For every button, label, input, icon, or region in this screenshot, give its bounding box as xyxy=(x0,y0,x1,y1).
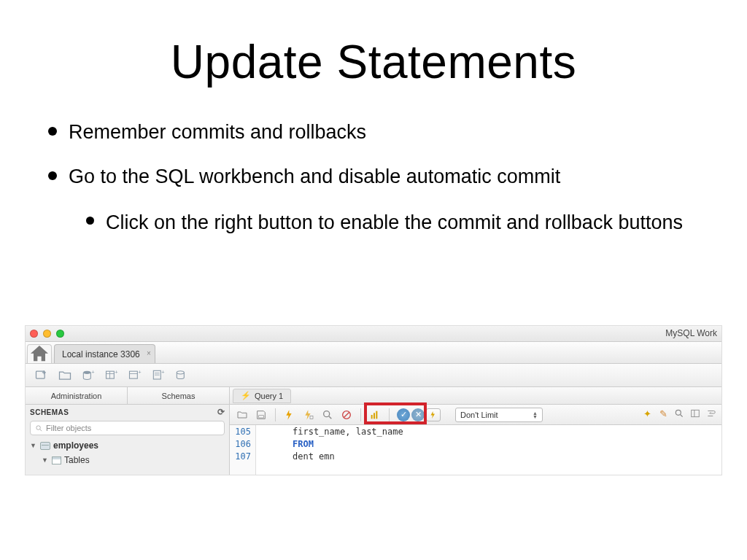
bullet-dot xyxy=(86,217,94,225)
line-gutter: 105 106 107 xyxy=(230,425,256,475)
save-script-button[interactable] xyxy=(253,408,269,422)
new-sql-tab-button[interactable] xyxy=(30,367,53,384)
window-titlebar: MySQL Work xyxy=(26,326,721,342)
bullet-list: Remember commits and rollbacks Go to the… xyxy=(0,121,747,236)
home-icon xyxy=(28,343,51,366)
lightning-icon: ⚡ xyxy=(241,391,251,400)
chevron-updown-icon: ▲▼ xyxy=(533,411,538,419)
new-function-button[interactable] xyxy=(170,367,193,384)
svg-text:+: + xyxy=(138,369,142,376)
execute-button[interactable] xyxy=(282,408,298,422)
svg-rect-25 xyxy=(371,415,373,419)
maximize-window-icon[interactable] xyxy=(56,330,64,338)
query-stats-button[interactable] xyxy=(367,408,383,422)
svg-text:+: + xyxy=(91,369,95,376)
schema-node[interactable]: ▼ employees xyxy=(30,438,225,453)
code-area[interactable]: first_name, last_name FROM dent emn xyxy=(256,425,403,475)
minimize-window-icon[interactable] xyxy=(43,330,51,338)
navigator-panel: Administration Schemas SCHEMAS ⟳ Filter … xyxy=(26,387,230,475)
svg-point-17 xyxy=(36,425,41,429)
svg-line-18 xyxy=(40,429,42,430)
schemas-label: SCHEMAS xyxy=(30,408,69,416)
filter-input[interactable]: Filter objects xyxy=(30,421,225,435)
sub-bullet-item: Click on the right button to enable the … xyxy=(86,210,718,236)
refresh-icon[interactable]: ⟳ xyxy=(217,407,225,417)
wrap-button[interactable] xyxy=(705,408,717,419)
bullet-text: Click on the right button to enable the … xyxy=(106,210,683,236)
query-tab-label: Query 1 xyxy=(255,392,283,400)
query-toolbar: ✓ ✕ Don't Limit ▲▼ ✦ ✎ xyxy=(230,405,721,425)
bullet-text: Go to the SQL workbench and disable auto… xyxy=(69,166,560,188)
open-file-button[interactable] xyxy=(53,367,77,384)
beautify-button[interactable]: ✦ xyxy=(641,408,653,419)
svg-rect-9 xyxy=(130,371,138,378)
commit-button[interactable]: ✓ xyxy=(397,408,410,421)
connection-tab[interactable]: Local instance 3306 × xyxy=(54,344,155,363)
connection-tab-label: Local instance 3306 xyxy=(62,349,140,359)
connection-tab-row: Local instance 3306 × xyxy=(26,342,721,364)
filter-placeholder: Filter objects xyxy=(46,424,91,432)
bullet-item: Go to the SQL workbench and disable auto… xyxy=(48,166,718,188)
database-icon xyxy=(40,442,50,450)
close-window-icon[interactable] xyxy=(30,330,38,338)
limit-label: Don't Limit xyxy=(460,411,498,419)
svg-text:+: + xyxy=(115,369,118,376)
schema-name: employees xyxy=(53,440,98,451)
bullet-dot xyxy=(48,127,57,136)
explain-button[interactable] xyxy=(320,408,336,422)
new-view-button[interactable]: + xyxy=(123,367,147,384)
bullet-item: Remember commits and rollbacks xyxy=(48,121,718,144)
main-toolbar: + + + + xyxy=(26,364,721,387)
svg-rect-19 xyxy=(259,415,264,417)
open-script-button[interactable] xyxy=(234,408,250,422)
autocommit-toggle-button[interactable] xyxy=(426,408,441,421)
bullet-text: Remember commits and rollbacks xyxy=(69,121,366,144)
new-procedure-button[interactable]: + xyxy=(147,367,170,384)
tables-label: Tables xyxy=(64,455,90,465)
stop-button[interactable] xyxy=(338,408,355,422)
expand-arrow-icon: ▼ xyxy=(30,442,37,449)
new-schema-button[interactable]: + xyxy=(77,367,100,384)
tables-node[interactable]: ▼ Tables xyxy=(30,453,225,467)
svg-rect-20 xyxy=(310,416,313,419)
rollback-button[interactable]: ✕ xyxy=(411,408,425,421)
schema-tree: ▼ employees ▼ Tables xyxy=(26,437,229,469)
svg-rect-30 xyxy=(692,410,700,416)
svg-point-16 xyxy=(177,370,184,373)
query-panel: ⚡ Query 1 xyxy=(230,387,721,475)
limit-select[interactable]: Don't Limit ▲▼ xyxy=(455,408,543,422)
sql-editor[interactable]: 105 106 107 first_name, last_name FROM d… xyxy=(230,425,721,475)
close-tab-icon[interactable]: × xyxy=(147,349,151,357)
toggle-panel-button[interactable] xyxy=(689,408,701,419)
home-tab[interactable] xyxy=(27,344,52,363)
svg-line-24 xyxy=(344,412,349,417)
slide-title: Update Statements xyxy=(0,0,747,89)
svg-rect-26 xyxy=(374,413,375,419)
find-button[interactable]: ✎ xyxy=(657,408,669,419)
app-title: MySQL Work xyxy=(665,328,717,338)
svg-point-28 xyxy=(676,410,681,415)
svg-text:+: + xyxy=(161,369,165,376)
search-icon xyxy=(35,424,43,432)
schemas-header: SCHEMAS ⟳ xyxy=(26,405,229,419)
svg-rect-27 xyxy=(376,411,377,419)
svg-point-21 xyxy=(324,411,330,416)
expand-arrow-icon: ▼ xyxy=(42,456,49,464)
query-tab[interactable]: ⚡ Query 1 xyxy=(233,389,291,403)
bullet-dot xyxy=(48,171,57,180)
administration-tab[interactable]: Administration xyxy=(26,387,128,404)
new-table-button[interactable]: + xyxy=(100,367,123,384)
schemas-tab[interactable]: Schemas xyxy=(128,387,229,404)
workbench-screenshot: MySQL Work Local instance 3306 × + + xyxy=(25,325,722,475)
svg-point-3 xyxy=(83,370,90,373)
tables-icon xyxy=(52,456,61,464)
svg-line-29 xyxy=(681,415,683,417)
search-button[interactable] xyxy=(673,408,685,419)
svg-line-22 xyxy=(329,416,331,419)
execute-current-button[interactable] xyxy=(301,408,317,422)
